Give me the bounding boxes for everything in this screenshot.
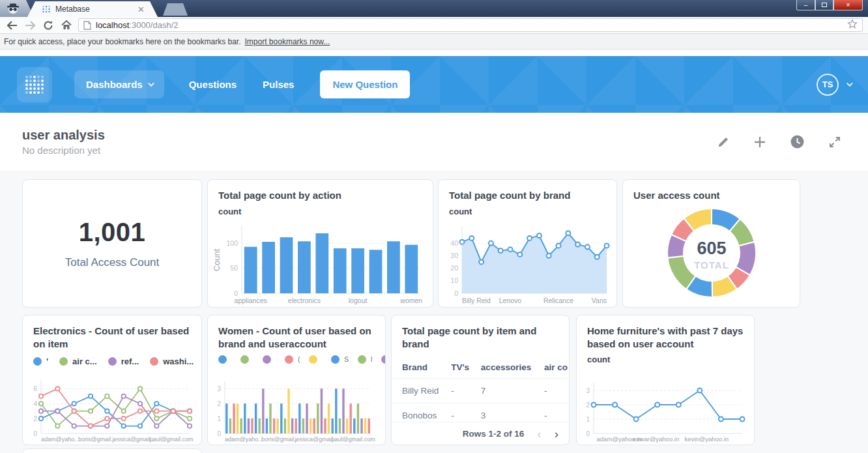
back-icon[interactable]	[5, 19, 18, 32]
fullscreen-icon[interactable]	[829, 136, 841, 148]
legend-item[interactable]: l	[358, 355, 372, 364]
prev-page-icon[interactable]: ‹	[537, 428, 541, 440]
table-pagination: Rows 1-2 of 16 ‹ ›	[392, 422, 569, 445]
svg-text:0: 0	[234, 289, 238, 297]
svg-text:Count: Count	[212, 248, 222, 271]
forward-icon[interactable]	[23, 19, 36, 32]
metabase-favicon	[42, 5, 51, 14]
legend-item[interactable]	[309, 355, 322, 364]
svg-text:women: women	[399, 297, 422, 304]
maximize-button[interactable]	[815, 0, 833, 10]
nav-pulses[interactable]: Pulses	[263, 79, 294, 90]
card-title[interactable]: Home furniture's with past 7 days based …	[587, 325, 744, 350]
legend-item[interactable]	[240, 355, 253, 364]
legend-item[interactable]: '	[33, 357, 48, 366]
minimize-button[interactable]: –	[796, 0, 815, 10]
browser-titlebar: Metabase ✕ – ×	[0, 0, 868, 17]
next-page-icon[interactable]: ›	[555, 428, 558, 440]
svg-text:4: 4	[33, 400, 37, 407]
close-button[interactable]: ×	[833, 0, 863, 10]
card-user-access-count: User access count 605TOTAL	[622, 179, 800, 308]
bookmark-star-icon[interactable]	[847, 19, 858, 32]
svg-text:50: 50	[230, 264, 238, 272]
svg-text:0: 0	[586, 430, 590, 437]
nav-dashboards[interactable]: Dashboards	[74, 70, 164, 98]
card-title[interactable]: Electronics - Count of user based on ite…	[33, 325, 191, 350]
table-column-header[interactable]: Brand	[392, 357, 441, 379]
svg-text:Billy Reid: Billy Reid	[462, 297, 491, 304]
card-title[interactable]: User access count	[633, 189, 789, 202]
home-icon[interactable]	[60, 19, 73, 32]
svg-text:10: 10	[450, 276, 458, 284]
legend-item[interactable]: S	[331, 355, 349, 364]
new-question-button[interactable]: New Question	[320, 70, 410, 98]
bookmarks-hint-text: For quick access, place your bookmarks h…	[4, 37, 241, 46]
legend-item[interactable]	[381, 355, 386, 364]
card-total-access-count: 1,001 Total Access Count	[22, 179, 202, 308]
svg-text:paul@gmail.com: paul@gmail.com	[332, 436, 375, 443]
legend-dot	[218, 355, 227, 364]
card-title[interactable]: Women - Count of user based on brand and…	[218, 325, 375, 350]
svg-text:2: 2	[33, 415, 37, 422]
card-women-count: Women - Count of user based on brand and…	[207, 315, 386, 445]
card-subtitle: count	[449, 207, 606, 216]
legend-dot	[263, 355, 271, 364]
legend-dot	[309, 355, 317, 364]
svg-text:eswar@yahoo.in: eswar@yahoo.in	[633, 435, 679, 443]
svg-text:30: 30	[450, 252, 458, 259]
new-tab-button[interactable]	[163, 3, 188, 16]
card-page-count-by-brand: Total page count by brand count 01020304…	[438, 179, 617, 308]
svg-text:0: 0	[217, 430, 221, 437]
user-avatar[interactable]: TS	[817, 74, 839, 96]
dashboard-title: user analysis	[22, 128, 105, 143]
card-title[interactable]: Total page count by action	[218, 189, 422, 202]
svg-text:605: 605	[697, 239, 726, 258]
history-clock-icon[interactable]	[790, 135, 804, 149]
browser-tab[interactable]: Metabase ✕	[27, 1, 158, 17]
window-controls: – ×	[796, 0, 863, 10]
legend-dot	[358, 355, 366, 364]
legend-item[interactable]: ref...	[108, 357, 139, 366]
svg-text:0: 0	[454, 289, 458, 297]
data-table: BrandTV'saccessoriesair co Billy Reid-7-…	[392, 357, 569, 428]
card-title[interactable]: Total page count by item and brand	[402, 325, 558, 350]
svg-text:100: 100	[226, 239, 238, 247]
legend-women: (Sl	[218, 355, 376, 364]
legend-dot	[285, 355, 293, 364]
svg-text:40: 40	[450, 239, 458, 247]
table-row[interactable]: Billy Reid-7-	[392, 379, 569, 403]
url-text[interactable]: localhost:3000/dash/2	[96, 20, 179, 30]
card-subtitle: count	[587, 355, 744, 364]
tab-close-icon[interactable]: ✕	[137, 5, 145, 14]
bar-chart-action: 050100Countapplianceselectronicslogoutwo…	[212, 223, 427, 305]
table-cell: -	[534, 379, 569, 403]
card-title[interactable]: Total page count by brand	[449, 189, 606, 202]
dashboard-subtitle: No description yet	[22, 145, 105, 156]
legend-item[interactable]: air c...	[59, 357, 97, 366]
legend-item[interactable]: washi...	[150, 357, 194, 366]
legend-item[interactable]	[218, 355, 231, 364]
table-column-header[interactable]: air co	[534, 357, 569, 379]
import-bookmarks-link[interactable]: Import bookmarks now...	[245, 37, 330, 46]
legend-item[interactable]: (	[285, 355, 300, 364]
svg-text:boris@gmail...: boris@gmail...	[78, 436, 116, 443]
svg-text:logout: logout	[349, 297, 368, 304]
table-column-header[interactable]: TV's	[441, 357, 470, 379]
tab-title: Metabase	[55, 5, 133, 14]
table-column-header[interactable]: accessories	[470, 357, 534, 379]
legend-dot	[381, 355, 386, 364]
bookmarks-bar: For quick access, place your bookmarks h…	[0, 34, 868, 50]
scalar-label[interactable]: Total Access Count	[65, 256, 160, 269]
edit-pencil-icon[interactable]	[717, 136, 729, 148]
legend-dot	[150, 357, 158, 366]
avatar-chevron-icon[interactable]	[846, 80, 853, 87]
address-bar[interactable]: localhost:3000/dash/2	[78, 18, 863, 32]
legend-item[interactable]	[263, 355, 276, 364]
legend-label: ref...	[121, 357, 139, 366]
add-card-icon[interactable]	[754, 136, 766, 148]
reload-icon[interactable]	[42, 19, 55, 32]
metabase-logo[interactable]	[17, 67, 52, 102]
legend-label: (	[298, 356, 300, 363]
chevron-down-icon	[148, 80, 154, 87]
nav-questions[interactable]: Questions	[189, 79, 237, 90]
